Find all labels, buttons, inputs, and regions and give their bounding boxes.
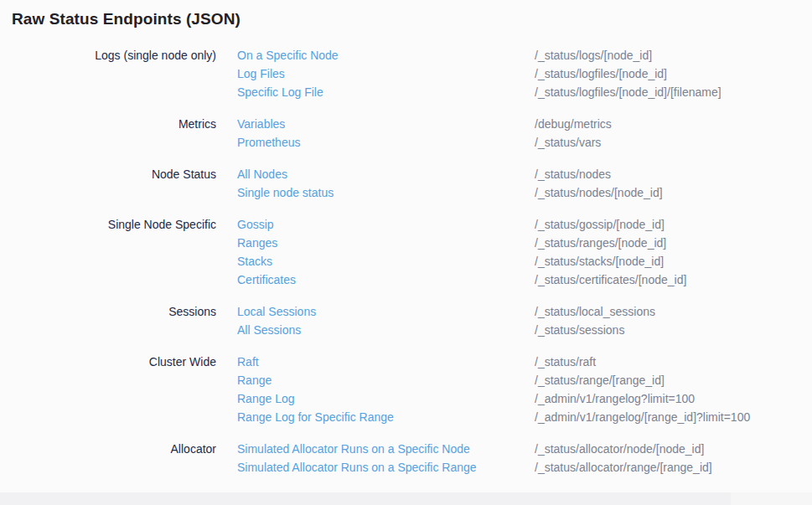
endpoint-link[interactable]: Single node status xyxy=(237,183,334,202)
category-label: Logs (single node only) xyxy=(0,46,216,101)
paths-column: /_status/nodes/_status/nodes/[node_id] xyxy=(535,165,812,202)
endpoint-group: Logs (single node only)On a Specific Nod… xyxy=(0,46,812,101)
page-title: Raw Status Endpoints (JSON) xyxy=(12,10,812,28)
endpoint-link[interactable]: On a Specific Node xyxy=(237,46,339,64)
paths-column: /_status/raft/_status/range/[range_id]/_… xyxy=(535,353,812,426)
endpoint-path: /_status/range/[range_id] xyxy=(535,371,812,389)
endpoint-group: Node StatusAll NodesSingle node status/_… xyxy=(0,165,812,202)
endpoint-path: /_status/gossip/[node_id] xyxy=(535,215,812,234)
paths-column: /_status/logs/[node_id]/_status/logfiles… xyxy=(535,46,812,101)
endpoint-link[interactable]: Simulated Allocator Runs on a Specific N… xyxy=(237,440,470,458)
endpoint-path: /_admin/v1/rangelog/[range_id]?limit=100 xyxy=(535,408,812,426)
category-label: Node Status xyxy=(0,165,216,202)
category-label: Cluster Wide xyxy=(0,353,216,426)
endpoint-link[interactable]: Raft xyxy=(237,353,259,371)
endpoint-path: /_status/stacks/[node_id] xyxy=(535,252,812,271)
endpoint-link[interactable]: Log Files xyxy=(237,64,285,83)
endpoint-path: /_status/raft xyxy=(535,353,812,371)
endpoint-link[interactable]: Prometheus xyxy=(237,133,300,152)
paths-column: /_status/gossip/[node_id]/_status/ranges… xyxy=(535,215,812,289)
paths-column: /debug/metrics/_status/vars xyxy=(535,115,812,152)
endpoint-link[interactable]: Local Sessions xyxy=(237,302,316,321)
endpoint-path: /_status/nodes/[node_id] xyxy=(535,183,812,202)
links-column: GossipRangesStacksCertificates xyxy=(237,215,514,289)
endpoint-path: /_status/local_sessions xyxy=(535,302,812,321)
paths-column: /_status/allocator/node/[node_id]/_statu… xyxy=(535,440,812,477)
endpoint-link[interactable]: Certificates xyxy=(237,271,296,289)
endpoint-group: AllocatorSimulated Allocator Runs on a S… xyxy=(0,440,812,477)
endpoint-link[interactable]: All Sessions xyxy=(237,321,301,339)
endpoint-path: /debug/metrics xyxy=(535,115,812,133)
endpoint-link[interactable]: Variables xyxy=(237,115,285,133)
endpoint-path: /_status/logfiles/[node_id]/[filename] xyxy=(535,83,812,101)
endpoint-path: /_status/sessions xyxy=(535,321,812,339)
endpoint-link[interactable]: Ranges xyxy=(237,234,277,252)
endpoint-path: /_status/ranges/[node_id] xyxy=(535,234,812,252)
endpoint-path: /_status/allocator/node/[node_id] xyxy=(535,440,812,458)
links-column: VariablesPrometheus xyxy=(237,115,514,152)
endpoint-table: Logs (single node only)On a Specific Nod… xyxy=(0,46,812,477)
links-column: On a Specific NodeLog FilesSpecific Log … xyxy=(237,46,514,101)
links-column: Simulated Allocator Runs on a Specific N… xyxy=(237,440,514,477)
footer-band xyxy=(0,492,812,505)
category-label: Single Node Specific xyxy=(0,215,216,289)
endpoint-path: /_status/allocator/range/[range_id] xyxy=(535,458,812,477)
links-column: All NodesSingle node status xyxy=(237,165,514,202)
endpoint-path: /_status/certificates/[node_id] xyxy=(535,271,812,289)
endpoint-link[interactable]: Simulated Allocator Runs on a Specific R… xyxy=(237,458,477,477)
endpoint-group: SessionsLocal SessionsAll Sessions/_stat… xyxy=(0,302,812,339)
category-label: Metrics xyxy=(0,115,216,152)
footer-band-shade xyxy=(0,492,731,505)
endpoint-group: MetricsVariablesPrometheus/debug/metrics… xyxy=(0,115,812,152)
endpoint-link[interactable]: All Nodes xyxy=(237,165,287,183)
endpoint-path: /_status/vars xyxy=(535,133,812,152)
endpoint-link[interactable]: Range xyxy=(237,371,272,389)
endpoint-link[interactable]: Range Log for Specific Range xyxy=(237,408,394,426)
endpoint-group: Cluster WideRaftRangeRange LogRange Log … xyxy=(0,353,812,426)
endpoint-link[interactable]: Stacks xyxy=(237,252,272,271)
endpoint-link[interactable]: Range Log xyxy=(237,389,295,408)
paths-column: /_status/local_sessions/_status/sessions xyxy=(535,302,812,339)
category-label: Allocator xyxy=(0,440,216,477)
links-column: RaftRangeRange LogRange Log for Specific… xyxy=(237,353,514,426)
endpoint-path: /_status/logs/[node_id] xyxy=(535,46,812,64)
endpoint-link[interactable]: Gossip xyxy=(237,215,274,234)
endpoint-link[interactable]: Specific Log File xyxy=(237,83,323,101)
endpoint-group: Single Node SpecificGossipRangesStacksCe… xyxy=(0,215,812,289)
endpoint-path: /_admin/v1/rangelog?limit=100 xyxy=(535,389,812,408)
endpoint-path: /_status/nodes xyxy=(535,165,812,183)
category-label: Sessions xyxy=(0,302,216,339)
links-column: Local SessionsAll Sessions xyxy=(237,302,514,339)
endpoint-path: /_status/logfiles/[node_id] xyxy=(535,64,812,83)
